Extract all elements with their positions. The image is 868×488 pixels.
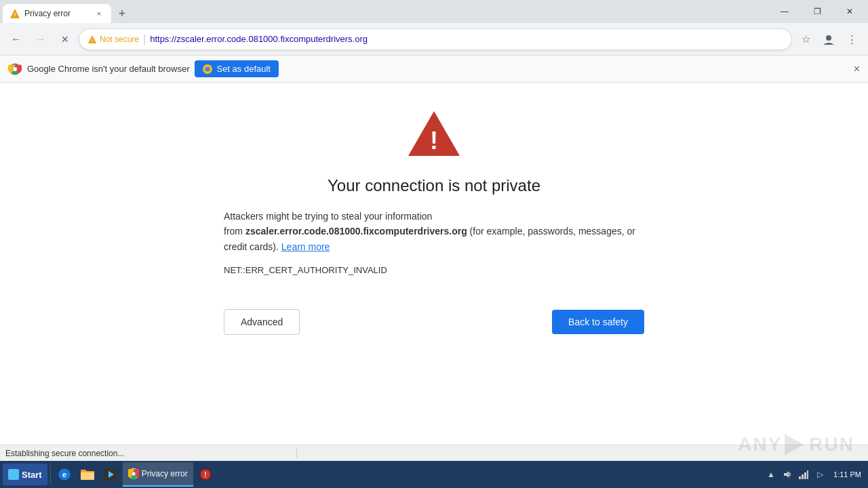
ie-icon: e <box>58 468 71 481</box>
error-domain: zscaler.error.code.081000.fixcomputerdri… <box>245 226 467 237</box>
folder-icon <box>81 468 94 481</box>
clock: 1:11 PM <box>829 470 865 479</box>
taskbar-chrome-active[interactable]: Privacy error <box>123 462 193 487</box>
active-tab[interactable]: Privacy error × <box>3 4 111 23</box>
error-container: ! Your connection is not private Attacke… <box>224 110 644 335</box>
default-browser-banner: Google Chrome isn't your default browser… <box>0 56 868 83</box>
svg-text:!: ! <box>92 38 93 43</box>
svg-text:!: ! <box>204 471 206 479</box>
start-button[interactable]: Start <box>3 464 47 485</box>
svg-point-7 <box>13 67 17 71</box>
menu-button[interactable]: ⋮ <box>841 28 863 50</box>
network-bars-icon <box>799 470 808 479</box>
main-content: ! Your connection is not private Attacke… <box>0 83 868 445</box>
error-title: Your connection is not private <box>328 176 540 195</box>
watermark: ANY RUN <box>738 434 854 455</box>
url-bar[interactable]: ! Not secure | https://zscaler.error.cod… <box>79 28 792 50</box>
watermark-text: ANY <box>738 434 782 455</box>
profile-button[interactable] <box>818 28 840 50</box>
address-bar: ← → ✕ ! Not secure | https://zscaler.err… <box>0 23 868 56</box>
svg-point-9 <box>205 66 210 71</box>
svg-marker-21 <box>784 471 789 478</box>
watermark-text-2: RUN <box>809 434 854 455</box>
url-separator: | <box>143 33 146 45</box>
network-icon[interactable] <box>797 468 810 481</box>
notification-icon[interactable]: ▷ <box>813 468 827 481</box>
svg-point-18 <box>132 472 135 476</box>
security-icon: ! <box>199 468 212 481</box>
set-default-button[interactable]: Set as default <box>195 60 279 77</box>
taskbar: Start e <box>0 461 868 488</box>
chrome-logo-icon <box>8 62 22 76</box>
speaker-icon <box>783 470 792 479</box>
taskbar-media-icon[interactable] <box>100 464 121 485</box>
taskbar-right: ▲ ▷ 1:11 PM <box>764 468 865 481</box>
tray-expand-icon[interactable]: ▲ <box>764 468 778 481</box>
tab-close-button[interactable]: × <box>94 8 104 19</box>
warning-triangle-icon: ! <box>87 35 97 44</box>
tab-favicon <box>9 8 20 19</box>
minimize-button[interactable]: — <box>769 0 800 23</box>
status-message: Establishing secure connection... <box>5 449 124 458</box>
tab-strip: Privacy error × + <box>3 0 766 23</box>
svg-point-2 <box>826 35 831 41</box>
warning-favicon-icon <box>10 9 20 18</box>
svg-text:!: ! <box>430 127 438 155</box>
new-tab-button[interactable]: + <box>113 4 132 23</box>
chrome-taskbar-label: Privacy error <box>142 469 188 479</box>
profile-icon <box>823 33 835 45</box>
title-bar: Privacy error × + — ❐ ✕ <box>0 0 868 23</box>
bookmark-button[interactable]: ☆ <box>795 28 816 50</box>
set-default-label: Set as default <box>216 64 271 74</box>
volume-icon[interactable] <box>781 468 794 481</box>
default-browser-message: Google Chrome isn't your default browser <box>27 64 189 74</box>
maximize-button[interactable]: ❐ <box>802 0 833 23</box>
taskbar-divider <box>50 465 51 484</box>
url-text: https://zscaler.error.code.081000.fixcom… <box>150 34 783 44</box>
forward-button[interactable]: → <box>30 28 52 50</box>
media-icon <box>104 468 117 481</box>
error-actions: Advanced Back to safety <box>224 309 644 335</box>
banner-close-button[interactable]: × <box>854 63 860 75</box>
tab-label: Privacy error <box>24 9 90 18</box>
svg-rect-25 <box>807 470 808 479</box>
taskbar-folder-icon[interactable] <box>77 464 98 485</box>
not-secure-label: Not secure <box>100 35 139 44</box>
svg-text:e: e <box>62 470 66 479</box>
error-body: Attackers might be trying to steal your … <box>224 209 644 254</box>
error-warning-icon: ! <box>407 110 461 157</box>
window-controls: — ❐ ✕ <box>769 0 865 23</box>
reload-button[interactable]: ✕ <box>54 28 76 50</box>
address-bar-actions: ☆ ⋮ <box>795 28 863 50</box>
svg-rect-22 <box>799 476 801 479</box>
back-button[interactable]: ← <box>5 28 27 50</box>
error-code: NET::ERR_CERT_AUTHORITY_INVALID <box>224 265 387 275</box>
start-icon <box>8 469 19 480</box>
status-text: Establishing secure connection... <box>5 449 297 458</box>
back-to-safety-button[interactable]: Back to safety <box>552 310 644 334</box>
watermark-play-icon <box>785 434 806 455</box>
taskbar-security-icon[interactable]: ! <box>195 464 216 485</box>
taskbar-ie-icon[interactable]: e <box>54 464 75 485</box>
svg-rect-24 <box>804 472 806 479</box>
start-label: Start <box>22 470 42 480</box>
svg-rect-23 <box>802 474 804 479</box>
advanced-button[interactable]: Advanced <box>224 309 300 335</box>
set-default-icon <box>203 64 212 74</box>
chrome-taskbar-icon <box>128 468 139 479</box>
close-window-button[interactable]: ✕ <box>834 0 865 23</box>
learn-more-link[interactable]: Learn more <box>281 241 330 252</box>
not-secure-indicator: ! Not secure <box>87 35 139 44</box>
